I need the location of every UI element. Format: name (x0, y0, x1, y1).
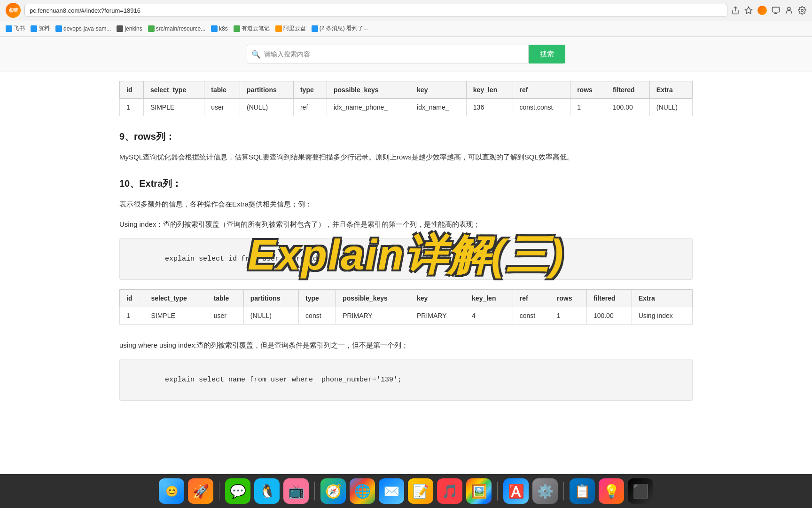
cell-id: 1 (120, 99, 144, 116)
bookmarks-bar: 飞书 资料 devops-java-sam... jenkins src/mai… (0, 21, 812, 37)
bookmark-feishu[interactable]: 飞书 (6, 24, 25, 32)
cell2-extra: Using index (632, 307, 692, 325)
col-key: key (410, 81, 467, 99)
wechat-icon: 💬 (230, 484, 246, 499)
bookmark-feishu-label: 飞书 (14, 24, 25, 32)
dock-launchpad[interactable]: 🚀 (188, 478, 213, 504)
music-icon: 🎵 (442, 484, 458, 499)
dock-idea[interactable]: 💡 (599, 478, 624, 504)
col-table: table (204, 81, 240, 99)
bookmark-k8s[interactable]: k8s (211, 25, 228, 32)
cell-key-len: 136 (466, 99, 513, 116)
dock-appstore[interactable]: 🅰️ (503, 478, 529, 504)
photos-icon: 🖼️ (471, 484, 487, 499)
svg-marker-1 (745, 7, 752, 14)
svg-point-5 (788, 7, 790, 10)
col-id: id (120, 81, 144, 99)
cell2-rows: 1 (550, 307, 586, 325)
dock-photos[interactable]: 🖼️ (466, 478, 492, 504)
dock-chrome[interactable]: 🌐 (350, 478, 375, 504)
col2-possible-keys: possible_keys (336, 290, 410, 307)
cell2-type: const (299, 307, 336, 325)
dock-terminal[interactable]: ⬛ (628, 478, 653, 504)
search-input[interactable] (247, 45, 529, 64)
system-prefs-icon: ⚙️ (537, 484, 554, 499)
bookmark-ziyuan[interactable]: 资料 (31, 24, 50, 32)
col2-select-type: select_type (144, 290, 207, 307)
share-icon[interactable] (731, 6, 740, 15)
dock-separator-3 (497, 482, 498, 500)
profile-icon[interactable] (785, 6, 793, 15)
bookmark-jenkins[interactable]: jenkins (117, 25, 142, 32)
mail-icon: ✉️ (383, 484, 400, 499)
bookmark-zuzhitian[interactable]: (2 条消息) 看到了... (312, 24, 368, 32)
col2-extra: Extra (632, 290, 692, 307)
search-input-wrap: 🔍 (247, 45, 529, 64)
col2-id: id (120, 290, 144, 307)
cell-possible-keys: idx_name_phone_ (327, 99, 410, 116)
cell-filtered: 100.00 (606, 99, 649, 116)
cell-rows: 1 (570, 99, 606, 116)
col-extra: Extra (649, 81, 692, 99)
bookmark-icon[interactable] (744, 6, 753, 15)
svg-rect-2 (773, 7, 780, 12)
col-filtered: filtered (606, 81, 649, 99)
dock-vscode[interactable]: 📋 (570, 478, 595, 504)
bookmark-devops[interactable]: devops-java-sam... (55, 25, 111, 32)
col-rows: rows (570, 81, 606, 99)
dock-mail[interactable]: ✉️ (379, 478, 404, 504)
bookmark-zuzhitian-label: (2 条消息) 看到了... (320, 24, 368, 32)
safari-icon: 🧭 (325, 484, 342, 499)
cell2-table: user (207, 307, 243, 325)
dock-safari[interactable]: 🧭 (320, 478, 346, 504)
cell-select-type: SIMPLE (143, 99, 204, 116)
section10-heading: 10、Extra列： (119, 177, 693, 190)
dock-system-prefs[interactable]: ⚙️ (532, 478, 558, 504)
notes-icon: 📝 (413, 484, 429, 499)
bookmark-src[interactable]: src/main/resource... (148, 25, 205, 32)
taskbar: 😊 🚀 💬 🐧 📺 🧭 🌐 ✉️ 📝 🎵 🖼️ 🅰️ ⚙️ 📋 (0, 474, 812, 508)
dock-qq[interactable]: 🐧 (254, 478, 280, 504)
bookmark-jenkins-label: jenkins (125, 25, 142, 32)
launchpad-icon: 🚀 (193, 484, 209, 499)
extensions-icon[interactable] (772, 6, 780, 15)
bookmark-aliyun[interactable]: 阿里云盘 (275, 24, 306, 32)
browser-logo: 点晴 (6, 3, 21, 18)
dock-notes[interactable]: 📝 (408, 478, 433, 504)
idea-icon: 💡 (603, 484, 620, 499)
col-type: type (293, 81, 327, 99)
bilibili-icon: 📺 (288, 484, 304, 499)
using-index-label: Using index：查的列被索引覆盖（查询的所有列被索引树包含了），并且条件… (119, 218, 693, 230)
cell-type: ref (293, 99, 327, 116)
url-bar[interactable]: pc.fenchuan8.com/#/index?forum=18916 (24, 4, 727, 17)
chrome-icon: 🌐 (354, 484, 371, 499)
col-ref: ref (513, 81, 570, 99)
cell2-ref: const (513, 307, 550, 325)
table-row: 1 SIMPLE user (NULL) const PRIMARY PRIMA… (120, 307, 693, 325)
dock-music[interactable]: 🎵 (437, 478, 462, 504)
col2-rows: rows (550, 290, 586, 307)
dock-bilibili[interactable]: 📺 (283, 478, 309, 504)
code-block-1: explain select id from user where id = 1 (119, 238, 693, 280)
col-possible-keys: possible_keys (327, 81, 410, 99)
settings-icon[interactable] (798, 6, 806, 15)
bookmark-devops-label: devops-java-sam... (63, 25, 111, 32)
section9-para: MySQL查询优化器会根据统计信息，估算SQL要查询到结果需要扫描多少行记录。原… (119, 151, 693, 163)
bookmark-yunbiji[interactable]: 有道云笔记 (234, 24, 270, 32)
search-icon: 🔍 (251, 50, 261, 59)
finder-icon: 😊 (163, 483, 180, 500)
section9-heading: 9、rows列： (119, 130, 693, 143)
vscode-icon: 📋 (574, 484, 591, 499)
dock-finder[interactable]: 😊 (159, 478, 184, 504)
cell2-possible-keys: PRIMARY (336, 307, 410, 325)
appstore-icon: 🅰️ (508, 484, 524, 499)
bookmark-aliyun-label: 阿里云盘 (283, 24, 306, 32)
terminal-icon: ⬛ (632, 484, 649, 499)
search-button[interactable]: 搜索 (529, 45, 565, 64)
col2-key: key (410, 290, 465, 307)
dock-wechat[interactable]: 💬 (225, 478, 250, 504)
cell2-select-type: SIMPLE (144, 307, 207, 325)
col-partitions: partitions (240, 81, 293, 99)
firefox-icon (757, 6, 767, 15)
bookmark-ziyuan-label: 资料 (39, 24, 50, 32)
